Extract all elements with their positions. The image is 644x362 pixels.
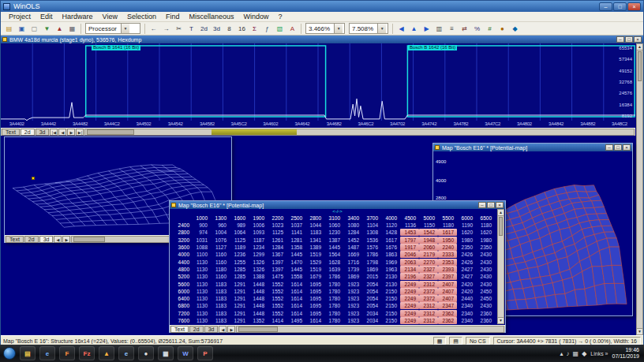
map-cell[interactable]: 1695 <box>305 295 324 302</box>
map-cell[interactable]: 1542 <box>419 229 438 236</box>
map-cell[interactable]: 1445 <box>324 244 343 251</box>
map-cell[interactable]: 1448 <box>249 281 268 288</box>
cursor-marker[interactable] <box>32 177 35 180</box>
map-cell[interactable]: 1679 <box>305 273 324 280</box>
map-cell[interactable]: 1044 <box>305 222 324 229</box>
taskbar-app-icon[interactable]: F <box>59 346 75 360</box>
map-cell[interactable]: 2150 <box>381 288 400 295</box>
map-cell[interactable]: 1180 <box>211 266 230 273</box>
map-cell[interactable]: 1130 <box>192 266 211 273</box>
map-cell[interactable]: 1160 <box>211 251 230 258</box>
scroll-down-icon[interactable]: ▼ <box>637 328 642 334</box>
map-cell[interactable]: 2427 <box>457 273 476 280</box>
map-cell[interactable]: 1160 <box>211 259 230 266</box>
map-cell[interactable]: 2372 <box>419 288 438 295</box>
map-cell[interactable]: 1130 <box>192 317 211 324</box>
map-cell[interactable]: 1780 <box>324 302 343 309</box>
scrollbar-thumb[interactable] <box>638 51 642 81</box>
map-cell[interactable]: 1180 <box>438 222 457 229</box>
map-cell[interactable]: 1141 <box>286 229 305 236</box>
map-cell[interactable]: 1475 <box>268 273 286 280</box>
child-minimize-button[interactable]: – <box>478 202 486 208</box>
toolbar-icon[interactable]: ← <box>148 23 159 35</box>
map-cell[interactable]: 1130 <box>192 273 211 280</box>
toolbar-icon[interactable]: ⇄ <box>459 23 470 35</box>
scroll-nav-button[interactable]: ◀ <box>58 129 66 136</box>
toolbar-icon[interactable]: ▢ <box>28 23 40 35</box>
map-cell[interactable]: 1064 <box>230 229 249 236</box>
map-cell[interactable]: 1950 <box>438 237 457 244</box>
map-cell[interactable]: 1519 <box>305 266 324 273</box>
map-cell[interactable]: 2312 <box>419 302 438 309</box>
map-cell[interactable]: 2270 <box>419 259 438 266</box>
scroll-down-icon[interactable]: ▼ <box>498 317 504 323</box>
scrollbar-thumb[interactable] <box>87 129 134 135</box>
map-cell[interactable]: 1291 <box>230 317 249 324</box>
map-cell[interactable]: 1445 <box>286 251 305 258</box>
map-cell[interactable]: 1614 <box>286 295 305 302</box>
toolbar-icon[interactable]: ▥ <box>433 23 445 35</box>
map-cell[interactable]: 1414 <box>268 317 286 324</box>
map-cell[interactable]: 1358 <box>286 244 305 251</box>
map-cell[interactable]: 2407 <box>438 295 457 302</box>
map-cell[interactable]: 1183 <box>305 229 324 236</box>
menu-item[interactable]: ? <box>274 12 287 22</box>
map-cell[interactable]: 1628 <box>324 259 343 266</box>
map-cell[interactable]: 2430 <box>476 273 495 280</box>
map-cell[interactable]: 1617 <box>438 229 457 236</box>
zoom-x-combo[interactable]: 3.466% ▼ <box>305 23 345 34</box>
chevron-down-icon[interactable]: ▼ <box>121 24 129 33</box>
map-cell[interactable]: 1780 <box>324 295 343 302</box>
map-cell[interactable]: 1060 <box>324 222 343 229</box>
scrollbar-thumb[interactable] <box>73 237 105 242</box>
map-cell[interactable]: 974 <box>192 229 211 236</box>
map-cell[interactable]: 1125 <box>230 237 249 244</box>
map-cell[interactable]: 1552 <box>268 295 286 302</box>
taskbar-app-icon[interactable]: W <box>178 346 193 360</box>
map-cell[interactable]: 1552 <box>268 281 286 288</box>
toolbar-icon[interactable]: Σ <box>249 23 260 35</box>
map-cell[interactable]: 1130 <box>192 281 211 288</box>
map-cell[interactable]: 2179 <box>419 251 438 258</box>
map-region-label[interactable]: Bosch B 1641 (16 Bit) <box>92 45 140 50</box>
map-cell[interactable]: 2333 <box>438 251 457 258</box>
toolbar-icon[interactable]: ▲ <box>54 23 66 35</box>
map-cell[interactable]: 2150 <box>381 302 400 309</box>
child-close-button[interactable]: × <box>496 202 504 208</box>
taskbar-app-icon[interactable]: ▲ <box>99 346 114 360</box>
map-cell[interactable]: 2430 <box>476 251 495 258</box>
map-cell[interactable]: 1076 <box>211 237 230 244</box>
view-tab[interactable]: 3d <box>39 236 54 243</box>
scrollbar-thumb[interactable] <box>238 327 278 332</box>
map-cell[interactable]: 1963 <box>381 266 400 273</box>
map-cell[interactable]: 2249 <box>400 302 419 309</box>
map-cell[interactable]: 2249 <box>400 281 419 288</box>
tray-icon[interactable]: ▴ <box>560 350 564 357</box>
toolbar-icon[interactable]: ▲ <box>408 23 420 35</box>
map-cell[interactable]: 2327 <box>419 266 438 273</box>
scroll-nav-button[interactable]: ▶ <box>62 236 70 243</box>
map-cell[interactable]: 2340 <box>457 317 476 324</box>
map-cell[interactable]: 1236 <box>230 251 249 258</box>
map-cell[interactable]: 1255 <box>230 259 249 266</box>
map-cell[interactable]: 1281 <box>286 237 305 244</box>
map-cell[interactable]: 1695 <box>305 302 324 309</box>
map-cell[interactable]: 1676 <box>381 244 400 251</box>
child-restore-button[interactable]: □ <box>614 144 622 151</box>
map-cell[interactable]: 2312 <box>419 281 438 288</box>
map-cell[interactable]: 1917 <box>400 244 419 251</box>
toolbar-icon[interactable]: ▤ <box>3 23 15 35</box>
toolbar-icon[interactable]: ▦ <box>66 23 78 35</box>
map-cell[interactable]: 1291 <box>230 281 249 288</box>
map-cell[interactable]: 1453 <box>400 229 419 236</box>
toolbar-icon[interactable]: 2d <box>198 23 210 35</box>
map-cell[interactable]: 1234 <box>249 244 268 251</box>
map-cell[interactable]: 1869 <box>362 266 381 273</box>
menu-item[interactable]: Selection <box>122 12 161 22</box>
map-cell[interactable]: 1093 <box>249 229 268 236</box>
map-cell[interactable]: 2440 <box>457 295 476 302</box>
toolbar-icon[interactable]: T <box>185 23 197 35</box>
toolbar-icon[interactable]: ▧ <box>274 23 286 35</box>
map-cell[interactable]: 2397 <box>438 273 457 280</box>
map-cell[interactable]: 1780 <box>324 317 343 324</box>
